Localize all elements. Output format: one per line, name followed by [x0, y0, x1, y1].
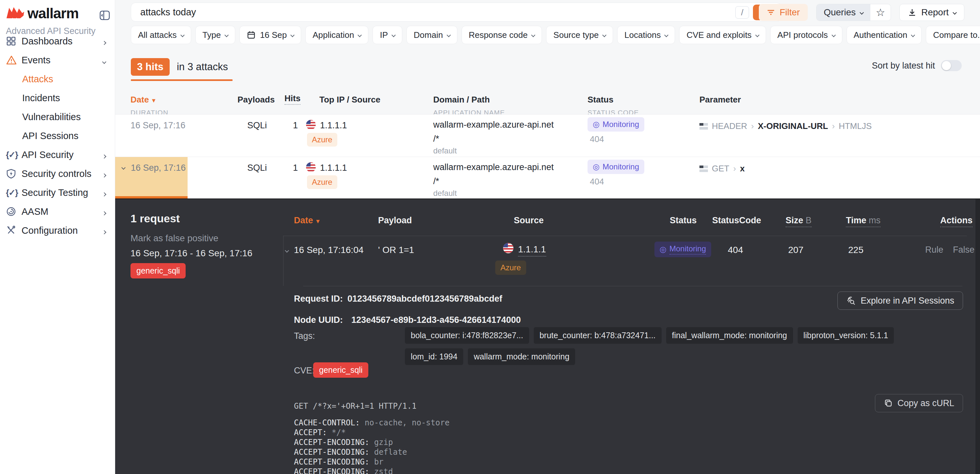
chevron-down-icon [953, 10, 957, 15]
sidebar-item-security-testing[interactable]: {✓} Security Testing [0, 183, 115, 202]
request-size: 207 [788, 245, 803, 255]
report-button[interactable]: Report [899, 4, 964, 21]
filter-chip-api-protocols[interactable]: API protocols [770, 26, 842, 44]
source-tag-azure[interactable]: Azure [495, 260, 526, 275]
cve-tag[interactable]: generic_sqli [313, 362, 368, 378]
status-badge-monitoring: ◎Monitoring [587, 160, 644, 174]
sidebar-item-vulnerabilities[interactable]: Vulnerabilities [0, 107, 115, 126]
tag-chip[interactable]: lom_id: 1994 [405, 348, 463, 365]
sort-toggle[interactable] [941, 60, 962, 71]
tag-chip[interactable]: final_wallarm_mode: monitoring [666, 327, 793, 344]
param-part: HTMLJS [839, 121, 872, 131]
tag-chip[interactable]: wallarm_mode: monitoring [468, 348, 575, 365]
filter-chip-type[interactable]: Type [196, 26, 235, 44]
filter-chip-domain[interactable]: Domain [406, 26, 457, 44]
filter-chip-application[interactable]: Application [305, 26, 368, 44]
attack-type-tag[interactable]: generic_sqli [130, 263, 186, 278]
request-id-line: Request ID: 0123456789abcdef0123456789ab… [294, 294, 502, 304]
detail-date-range: 16 Sep, 17:16 - 16 Sep, 17:16 [130, 248, 253, 259]
chevron-right-icon [103, 150, 106, 160]
attack-ip[interactable]: 1.1.1.1 [320, 120, 347, 131]
keyboard-shortcut-hint: / [735, 6, 749, 19]
filter-button[interactable]: Filter [759, 4, 808, 21]
param-part: X-ORIGINAL-URL [758, 121, 828, 131]
filter-button-label: Filter [780, 7, 800, 18]
column-header-hits[interactable]: Hits [285, 93, 301, 104]
header-param-icon [700, 123, 708, 129]
attack-ip[interactable]: 1.1.1.1 [320, 163, 347, 173]
sidebar-item-attacks[interactable]: Attacks [0, 70, 115, 88]
detail-header-size[interactable]: Size B [786, 215, 812, 225]
results-summary: 3 hits in 3 attacks [131, 58, 228, 76]
search-input[interactable] [140, 5, 695, 19]
chevron-down-icon [911, 33, 915, 37]
chip-label: IP [380, 30, 388, 40]
chevron-right-icon [103, 187, 106, 198]
attack-row-selected[interactable]: 16 Sep, 17:16 SQLi 1 1.1.1.1 Azure walla… [115, 157, 980, 198]
search-bar: / [131, 3, 781, 22]
sidebar-item-label: Dashboards [22, 36, 72, 47]
chip-label: Source type [553, 30, 599, 40]
panel-scrollbar[interactable] [975, 199, 980, 474]
request-id-label: Request ID: [294, 294, 343, 304]
column-header-date[interactable]: Date▼ DURATION [130, 95, 168, 117]
detail-header-divider [283, 236, 967, 236]
selected-row-highlight[interactable]: 16 Sep, 17:16 [115, 157, 188, 198]
request-payload: ' OR 1=1 [378, 245, 414, 255]
chevron-separator: › [751, 121, 754, 131]
queries-button[interactable]: Queries [816, 4, 870, 21]
sidebar-item-api-sessions[interactable]: API Sessions [0, 126, 115, 145]
filter-chip-locations[interactable]: Locations [617, 26, 675, 44]
action-rule-link[interactable]: Rule [925, 245, 943, 255]
source-tag-azure[interactable]: Azure [307, 175, 337, 189]
filter-chip-cve[interactable]: CVE and exploits [679, 26, 766, 44]
attack-row[interactable]: 16 Sep, 17:16 SQLi 1 1.1.1.1 Azure walla… [115, 114, 980, 157]
download-icon [908, 8, 917, 17]
request-status-code: 404 [728, 245, 743, 255]
sidebar-item-label: Security controls [22, 168, 91, 179]
tag-chip[interactable]: bola_counter: i:478:f82823e7... [405, 327, 529, 344]
attack-path: /* [433, 134, 439, 144]
explore-api-sessions-button[interactable]: Explore in API Sessions [837, 292, 963, 310]
http-header: ACCEPT-ENCODING: gzip [294, 437, 450, 447]
sidebar-item-api-security[interactable]: {✓} API Security [0, 145, 115, 164]
filter-chip-all-attacks[interactable]: All attacks [131, 26, 191, 44]
filter-chip-compare-to[interactable]: Compare to... [926, 26, 980, 44]
action-false-link[interactable]: False [953, 245, 974, 255]
sidebar-item-security-controls[interactable]: Security controls [0, 164, 115, 183]
status-badge-monitoring: ◎Monitoring [587, 117, 644, 132]
sidebar-item-incidents[interactable]: Incidents [0, 88, 115, 107]
chip-label: Compare to... [933, 30, 980, 40]
request-id-value: 0123456789abcdef0123456789abcdef [347, 294, 502, 304]
chevron-down-icon[interactable] [285, 247, 288, 253]
detail-header-time[interactable]: Time ms [846, 215, 880, 225]
detail-header-date[interactable]: Date▼ [294, 215, 321, 225]
tag-chip[interactable]: libproton_version: 5.1.1 [798, 327, 894, 344]
chevron-down-icon [447, 33, 451, 37]
sidebar-item-configuration[interactable]: Configuration [0, 221, 115, 240]
cve-label: CVE: [294, 365, 315, 376]
filter-chip-response-code[interactable]: Response code [461, 26, 542, 44]
sidebar-item-events[interactable]: Events [0, 51, 115, 70]
attack-date: 16 Sep, 17:16 [130, 120, 185, 131]
favorite-star-button[interactable]: ☆ [870, 4, 891, 21]
filter-chip-date[interactable]: 16 Sep [239, 26, 301, 44]
sidebar-item-aasm[interactable]: AASM [0, 202, 115, 221]
chip-label: CVE and exploits [686, 30, 751, 40]
filter-chip-ip[interactable]: IP [372, 26, 402, 44]
detail-header-actions[interactable]: Actions [940, 215, 972, 225]
attack-app-name: default [433, 189, 457, 198]
copy-as-curl-button[interactable]: Copy as cURL [875, 394, 963, 412]
filter-chip-authentication[interactable]: Authentication [846, 26, 922, 44]
request-ip[interactable]: 1.1.1.1 [518, 244, 546, 257]
sidebar-collapse-icon[interactable] [97, 8, 112, 23]
filter-chip-source-type[interactable]: Source type [546, 26, 613, 44]
tag-chip[interactable]: brute_counter: b:478:a732471... [534, 327, 662, 344]
chevron-down-icon [224, 33, 229, 37]
source-tag-azure[interactable]: Azure [307, 133, 337, 147]
mark-false-positive-link[interactable]: Mark as false positive [130, 233, 218, 244]
queries-group: Queries ☆ [816, 4, 891, 21]
attack-domain: wallarm-example.azure-api.net [433, 162, 554, 172]
sidebar-item-dashboards[interactable]: Dashboards [0, 32, 115, 51]
sidebar-item-label: Incidents [22, 93, 60, 104]
